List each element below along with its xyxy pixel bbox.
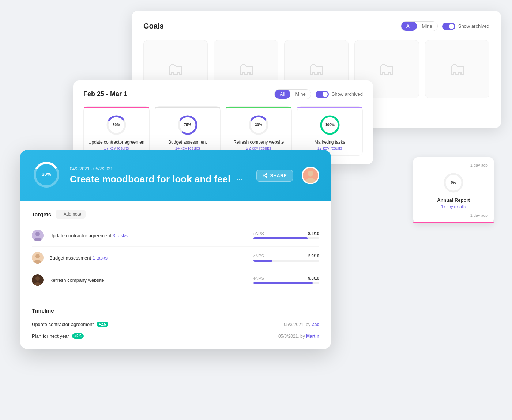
moodboard-progress-ring: 30% <box>32 160 61 191</box>
week-archive-toggle-switch[interactable] <box>316 91 329 98</box>
target-link-2[interactable]: 1 tasks <box>93 255 108 261</box>
folder-icon-3: 🗂 <box>308 60 325 78</box>
target-name-3: Refresh company website <box>49 277 248 283</box>
target-bar-bg-1 <box>253 237 319 239</box>
timeline-date-1: 05/3/2021, by Zac <box>284 322 319 327</box>
card-border-1 <box>84 107 149 108</box>
annual-report-card: 1 day ago 0% Annual Report 17 key result… <box>413 157 494 223</box>
goals-panel-header: Goals All Mine Show archived <box>143 21 489 31</box>
target-score-3: eNPS 9.0/10 <box>253 276 319 284</box>
goals-archive-toggle-switch[interactable] <box>442 23 455 30</box>
target-bar-fill-2 <box>253 260 272 262</box>
goals-panel-title: Goals <box>143 22 164 30</box>
timeline-badge-1: +2.5 <box>97 322 108 327</box>
timeline-item-1-name: Update contractor agreement +2.5 <box>32 322 108 327</box>
svg-line-20 <box>264 174 266 175</box>
week-card-4[interactable]: 100% Marketing tasks 17 key results <box>297 106 363 156</box>
timeline-date-2: 05/3/2021, by Martin <box>278 334 319 339</box>
svg-point-25 <box>35 232 40 236</box>
target-row-1: Update contractor agreement 3 tasks eNPS… <box>32 224 319 247</box>
share-label: SHARE <box>270 173 287 178</box>
target-score-2: eNPS 2.9/10 <box>253 254 319 262</box>
week-card-3-name: Refresh company website <box>230 140 287 145</box>
card-ring-1: 30% <box>88 114 145 136</box>
svg-text:30%: 30% <box>113 123 120 127</box>
week-filter-all[interactable]: All <box>275 90 290 99</box>
goals-show-archived-toggle[interactable]: Show archived <box>442 23 489 30</box>
week-card-1-name: Update contractor agreemen <box>88 140 145 145</box>
target-row-2: Budget assessment 1 tasks eNPS 2.9/10 <box>32 247 319 269</box>
goals-filter-pill[interactable]: All Mine <box>401 21 438 31</box>
target-metric-1: eNPS <box>253 231 264 236</box>
moodboard-header: 30% 04/2/2021 - 05/2/2021 Create moodboa… <box>20 150 331 201</box>
card-ring-2: 75% <box>159 114 216 136</box>
target-avatar-3 <box>32 274 44 286</box>
card-border-4 <box>297 107 363 108</box>
week-card-1[interactable]: 30% Update contractor agreemen 17 key re… <box>83 106 150 156</box>
target-link-1[interactable]: 3 tasks <box>113 233 128 238</box>
annual-timestamp-1: 1 day ago <box>419 163 488 167</box>
week-show-archived-toggle[interactable]: Show archived <box>316 91 363 98</box>
week-filter-group: All Mine Show archived <box>274 89 363 99</box>
svg-line-19 <box>264 176 266 177</box>
week-card-3[interactable]: 30% Refresh company website 22 key resul… <box>226 106 292 156</box>
target-value-2: 2.9/10 <box>308 254 319 258</box>
share-button[interactable]: SHARE <box>256 170 293 182</box>
folder-icon-1: 🗂 <box>167 60 184 78</box>
target-bar-fill-3 <box>253 282 313 284</box>
moodboard-panel: 30% 04/2/2021 - 05/2/2021 Create moodboa… <box>20 150 331 349</box>
target-metric-3: eNPS <box>253 276 264 280</box>
target-row-3: Refresh company website eNPS 9.0/10 <box>32 269 319 291</box>
svg-text:75%: 75% <box>184 123 191 127</box>
target-value-3: 9.0/10 <box>308 276 319 280</box>
folder-icon-5: 🗂 <box>448 60 466 78</box>
svg-point-28 <box>35 254 40 258</box>
annual-bottom-bar <box>413 222 494 223</box>
target-bar-bg-2 <box>253 260 319 262</box>
target-avatar-1 <box>32 230 44 241</box>
moodboard-info: 04/2/2021 - 05/2/2021 Create moodboard f… <box>70 166 248 185</box>
week-panel-title: Feb 25 - Mar 1 <box>83 90 127 98</box>
card-ring-4: 100% <box>302 114 358 136</box>
folder-icon-2: 🗂 <box>237 60 255 78</box>
week-card-4-name: Marketing tasks <box>302 140 358 145</box>
svg-point-17 <box>263 175 265 176</box>
goals-filter-group: All Mine Show archived <box>401 21 489 31</box>
week-filter-mine[interactable]: Mine <box>290 90 311 99</box>
targets-title: Targets <box>32 211 51 217</box>
user-avatar <box>302 167 319 184</box>
card-border-3 <box>226 107 291 108</box>
annual-timestamp-2: 1 day ago <box>419 213 488 217</box>
svg-point-31 <box>35 276 40 281</box>
moodboard-body: Targets + Add note Update contractor agr… <box>20 201 331 300</box>
target-name-2: Budget assessment 1 tasks <box>49 255 248 261</box>
add-note-button[interactable]: + Add note <box>56 210 86 219</box>
folder-icon-4: 🗂 <box>378 60 395 78</box>
goals-filter-all[interactable]: All <box>401 22 417 31</box>
moodboard-more-options[interactable]: ··· <box>236 175 242 183</box>
card-border-2 <box>155 107 221 108</box>
week-card-2[interactable]: 75% Budget assessment 14 key results <box>155 106 221 156</box>
svg-point-22 <box>308 171 313 177</box>
goal-folder-5[interactable]: 🗂 <box>425 40 489 98</box>
target-score-1: eNPS 8.2/10 <box>253 231 319 239</box>
target-value-1: 8.2/10 <box>308 231 319 236</box>
week-filter-pill[interactable]: All Mine <box>274 89 311 99</box>
timeline-row-2: Plan for next year +2.5 05/3/2021, by Ma… <box>32 330 319 342</box>
annual-report-name: Annual Report <box>419 197 488 203</box>
svg-point-16 <box>266 173 267 175</box>
share-icon <box>263 173 268 178</box>
moodboard-title: Create moodboard for look and feel <box>70 174 230 185</box>
timeline-title: Timeline <box>32 307 319 314</box>
timeline-row-1: Update contractor agreement +2.5 05/3/20… <box>32 319 319 330</box>
targets-section-header: Targets + Add note <box>32 210 319 219</box>
svg-text:30%: 30% <box>42 171 51 177</box>
week-panel-header: Feb 25 - Mar 1 All Mine Show archived <box>83 89 363 99</box>
goals-show-archived-label: Show archived <box>458 23 489 29</box>
svg-text:0%: 0% <box>451 181 456 185</box>
target-avatar-2 <box>32 252 44 264</box>
target-name-1: Update contractor agreement 3 tasks <box>49 233 248 238</box>
target-metric-2: eNPS <box>253 254 264 258</box>
goals-filter-mine[interactable]: Mine <box>417 22 437 31</box>
svg-point-18 <box>266 176 267 178</box>
